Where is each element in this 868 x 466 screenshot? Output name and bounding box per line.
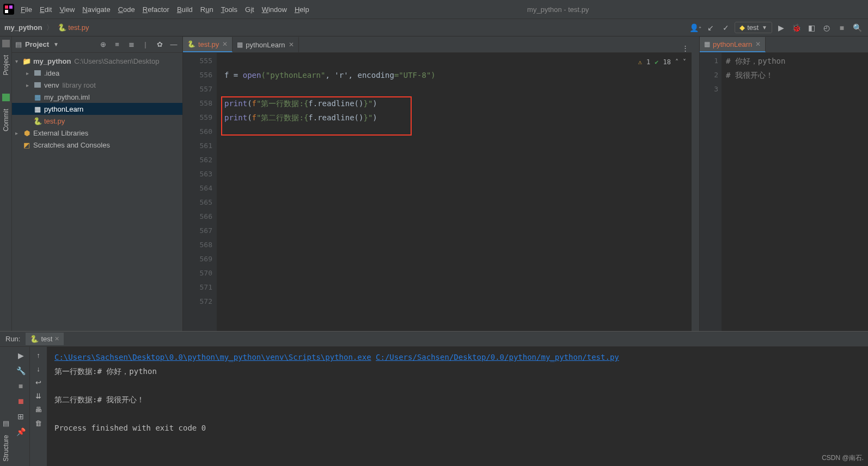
menu-run[interactable]: Run xyxy=(200,5,213,14)
structure-icon[interactable]: ▤ xyxy=(3,419,9,427)
layout-icon[interactable]: ⊞ xyxy=(17,412,24,421)
run-button[interactable]: ▶ xyxy=(774,21,787,34)
search-icon[interactable]: 🔍 xyxy=(851,21,864,34)
editor-body: 555556557 558559560 561562563 564565566 … xyxy=(183,53,692,331)
tree-scratches-label: Scratches and Consoles xyxy=(33,141,110,149)
tab-right-pythonlearn[interactable]: ▦ pythonLearn ✕ xyxy=(700,37,766,52)
menu-refactor[interactable]: Refactor xyxy=(143,5,169,14)
gutter: 555556557 558559560 561562563 564565566 … xyxy=(183,53,217,331)
locate-icon[interactable]: ⊕ xyxy=(97,39,108,50)
soft-wrap-icon[interactable]: ↩ xyxy=(35,378,41,387)
tree-ext-lib[interactable]: ▸⬢ External Libraries xyxy=(12,127,182,139)
tree-idea[interactable]: ▸ .idea xyxy=(12,67,182,79)
tab-pythonlearn[interactable]: ▦ pythonLearn ✕ xyxy=(233,37,298,52)
tree-scratches[interactable]: ◩ Scratches and Consoles xyxy=(12,139,182,151)
project-view-dropdown[interactable]: ▼ xyxy=(53,41,59,47)
commit-tool-icon[interactable] xyxy=(2,94,10,101)
run-tab[interactable]: 🐍 test ✕ xyxy=(26,333,64,345)
scroll-to-end-icon[interactable]: ⇊ xyxy=(35,392,41,400)
pin-icon[interactable]: 📌 xyxy=(16,427,26,436)
down-arrow-icon[interactable]: ↓ xyxy=(36,365,40,373)
gear-icon[interactable]: ✿ xyxy=(154,39,165,50)
collapse-all-icon[interactable]: ≣ xyxy=(126,39,137,50)
up-arrow-icon[interactable]: ↑ xyxy=(36,351,40,359)
tree-root[interactable]: ▾ 📁 my_python C:\Users\Sachsen\Desktop xyxy=(12,55,182,67)
vcs-commit-icon[interactable]: ✓ xyxy=(719,21,732,34)
folder-icon: ▤ xyxy=(15,40,22,48)
right-gutter: 123 xyxy=(700,53,722,331)
main-area: Project Commit ▤ Project ▼ ⊕ ≡ ≣ | ✿ — ▾… xyxy=(0,36,868,331)
tab-testpy[interactable]: 🐍 test.py ✕ xyxy=(183,37,233,52)
next-highlight-icon[interactable]: ˅ xyxy=(683,55,686,69)
run-link-interpreter[interactable]: C:\Users\Sachsen\Desktop\0.0\python\my_p… xyxy=(54,353,371,361)
app-logo-icon xyxy=(3,4,14,15)
menu-tools[interactable]: Tools xyxy=(221,5,237,14)
tab-pythonlearn-label: pythonLearn xyxy=(246,41,285,49)
tree-pythonlearn[interactable]: ▦ pythonLearn xyxy=(12,103,182,115)
project-tool-icon[interactable] xyxy=(2,40,10,47)
add-user-icon[interactable]: 👤+ xyxy=(689,21,702,34)
menu-bar: File Edit View Navigate Code Refactor Bu… xyxy=(0,0,868,19)
project-root-name: my_python xyxy=(33,57,71,65)
inspection-indicators[interactable]: ⚠1 ✔18 ˄ ˅ xyxy=(638,55,686,69)
menu-file[interactable]: File xyxy=(21,5,32,14)
debug-button[interactable]: 🐞 xyxy=(790,21,803,34)
tab-testpy-label: test.py xyxy=(198,40,219,48)
close-icon[interactable]: ✕ xyxy=(54,335,59,342)
project-panel-title[interactable]: Project xyxy=(25,40,49,48)
menu-navigate[interactable]: Navigate xyxy=(82,5,110,14)
right-code-editor[interactable]: # 你好，python # 我很开心！ xyxy=(722,53,868,331)
tabs-more-icon[interactable]: ⋮ xyxy=(678,44,692,52)
vtab-project[interactable]: Project xyxy=(1,51,11,79)
warning-icon: ⚠ xyxy=(638,55,642,69)
breadcrumb-root: my_python xyxy=(4,23,42,32)
vtab-structure[interactable]: Structure xyxy=(1,431,11,466)
wrench-icon[interactable]: 🔧 xyxy=(16,366,26,375)
menu-edit[interactable]: Edit xyxy=(40,5,52,14)
right-panel: ▦ pythonLearn ✕ 123 # 你好，python # 我很开心！ xyxy=(699,36,868,331)
menu-build[interactable]: Build xyxy=(177,5,193,14)
vtab-commit[interactable]: Commit xyxy=(1,105,11,136)
tree-plearn-label: pythonLearn xyxy=(44,105,83,113)
rerun-icon[interactable]: ▶ xyxy=(18,351,24,360)
tree-idea-label: .idea xyxy=(44,69,59,77)
run-title: Run: xyxy=(5,335,20,343)
run-out-line1: 第一行数据:# 你好，python xyxy=(54,364,860,378)
menu-git[interactable]: Git xyxy=(245,5,254,14)
print-icon[interactable]: 🖶 xyxy=(35,406,42,414)
stop-icon[interactable]: ■ xyxy=(19,382,23,390)
close-icon[interactable]: ✕ xyxy=(222,40,228,48)
tree-iml[interactable]: ▦ my_python.iml xyxy=(12,91,182,103)
code-editor[interactable]: ⚠1 ✔18 ˄ ˅ f = open("pythonLearn", 'r', … xyxy=(217,53,692,331)
run-link-script[interactable]: C:/Users/Sachsen/Desktop/0.0/python/my_p… xyxy=(376,353,619,361)
run-tab-label: test xyxy=(41,335,52,343)
profiler-icon[interactable]: ◴ xyxy=(820,21,833,34)
menu-help[interactable]: Help xyxy=(295,5,309,14)
tree-testpy[interactable]: 🐍 test.py xyxy=(12,115,182,127)
close-icon[interactable]: ✕ xyxy=(289,41,294,48)
prev-highlight-icon[interactable]: ˄ xyxy=(675,55,678,69)
run-config-combo[interactable]: ◆ test ▼ xyxy=(735,22,772,33)
window-title: my_python - test.py xyxy=(317,5,799,14)
hide-panel-icon[interactable]: — xyxy=(168,39,179,50)
close-icon[interactable]: ✕ xyxy=(755,40,761,48)
tree-testpy-label: test.py xyxy=(44,117,65,125)
menu-code[interactable]: Code xyxy=(118,5,135,14)
run-panel-header: Run: 🐍 test ✕ xyxy=(0,332,868,347)
run-output[interactable]: C:\Users\Sachsen\Desktop\0.0\python\my_p… xyxy=(47,347,868,466)
trash-icon[interactable]: 🗑 xyxy=(35,419,42,427)
coverage-icon[interactable]: ◧ xyxy=(805,21,818,34)
breadcrumb[interactable]: my_python 〉 🐍 test.py xyxy=(4,23,89,33)
vcs-update-icon[interactable]: ↙ xyxy=(704,21,717,34)
left-stripe: Project Commit xyxy=(0,36,12,331)
run-out-line2: 第二行数据:# 我很开心！ xyxy=(54,393,860,407)
stop-button[interactable]: ■ xyxy=(835,21,848,34)
menu-view[interactable]: View xyxy=(59,5,75,14)
menu-window[interactable]: Window xyxy=(262,5,287,14)
right-tab-label: pythonLearn xyxy=(713,40,752,48)
check-icon: ✔ xyxy=(655,55,658,69)
tree-venv-label: venv xyxy=(44,81,59,89)
exit-icon[interactable]: ⏹ xyxy=(17,397,25,406)
tree-venv[interactable]: ▸ venv library root xyxy=(12,79,182,91)
expand-all-icon[interactable]: ≡ xyxy=(112,39,123,50)
